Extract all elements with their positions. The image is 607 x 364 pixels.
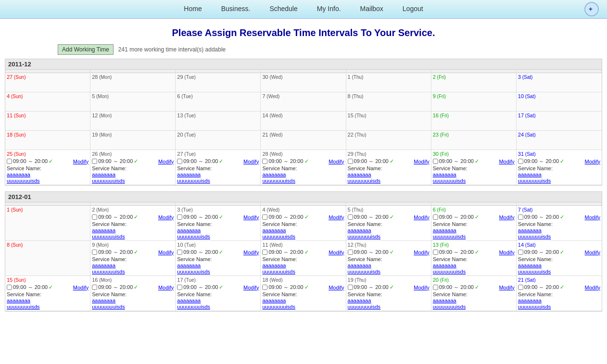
service-id-link[interactable]: uuuuuuuuisds: [348, 234, 430, 239]
service-id-link[interactable]: uuuuuuuuisds: [433, 269, 515, 275]
service-link[interactable]: aaaaaaaa: [518, 227, 542, 233]
nav-business[interactable]: Business.: [212, 3, 260, 15]
time-checkbox[interactable]: [177, 285, 182, 290]
service-id-link[interactable]: uuuuuuuuisds: [7, 304, 89, 310]
service-link[interactable]: aaaaaaaa: [348, 298, 371, 303]
modify-link[interactable]: Modify: [243, 285, 259, 290]
service-link[interactable]: aaaaaaaa: [518, 172, 542, 177]
modify-link[interactable]: Modify: [499, 285, 514, 290]
service-id-link[interactable]: uuuuuuuuisds: [177, 304, 259, 310]
time-checkbox[interactable]: [518, 285, 523, 290]
nav-myinfo[interactable]: My Info.: [307, 3, 351, 15]
service-id-link[interactable]: uuuuuuuuisds: [433, 234, 515, 239]
time-checkbox[interactable]: [177, 250, 182, 255]
time-checkbox[interactable]: [348, 214, 353, 220]
service-id-link[interactable]: uuuuuuuuisds: [7, 178, 89, 184]
time-checkbox[interactable]: [518, 159, 523, 164]
service-id-link[interactable]: uuuuuuuuisds: [518, 304, 600, 310]
modify-link[interactable]: Modify: [73, 159, 89, 164]
service-id-link[interactable]: uuuuuuuuisds: [262, 234, 344, 239]
service-link[interactable]: aaaaaaaa: [348, 263, 371, 268]
service-link[interactable]: aaaaaaaa: [348, 172, 371, 177]
service-id-link[interactable]: uuuuuuuuisds: [518, 269, 600, 275]
service-link[interactable]: aaaaaaaa: [262, 227, 286, 233]
nav-logout[interactable]: Logout: [393, 3, 433, 15]
modify-link[interactable]: Modify: [158, 159, 174, 164]
time-checkbox[interactable]: [518, 250, 523, 255]
service-link[interactable]: aaaaaaaa: [262, 298, 286, 303]
service-id-link[interactable]: uuuuuuuuisds: [92, 269, 174, 275]
time-checkbox[interactable]: [92, 159, 97, 164]
modify-link[interactable]: Modify: [499, 250, 514, 255]
service-id-link[interactable]: uuuuuuuuisds: [433, 178, 515, 184]
service-link[interactable]: aaaaaaaa: [348, 227, 371, 233]
modify-link[interactable]: Modify: [499, 214, 514, 220]
service-id-link[interactable]: uuuuuuuuisds: [262, 269, 344, 275]
time-checkbox[interactable]: [433, 159, 438, 164]
service-id-link[interactable]: uuuuuuuuisds: [348, 178, 430, 184]
modify-link[interactable]: Modify: [585, 214, 600, 220]
modify-link[interactable]: Modify: [158, 214, 174, 220]
service-id-link[interactable]: uuuuuuuuisds: [92, 234, 174, 239]
modify-link[interactable]: Modify: [158, 285, 174, 290]
modify-link[interactable]: Modify: [329, 285, 344, 290]
modify-link[interactable]: Modify: [158, 250, 174, 255]
modify-link[interactable]: Modify: [414, 250, 429, 255]
service-link[interactable]: aaaaaaaa: [433, 172, 456, 177]
time-checkbox[interactable]: [518, 214, 523, 220]
service-link[interactable]: aaaaaaaa: [92, 227, 115, 233]
service-link[interactable]: aaaaaaaa: [518, 263, 542, 268]
time-checkbox[interactable]: [433, 285, 438, 290]
time-checkbox[interactable]: [262, 250, 267, 255]
modify-link[interactable]: Modify: [414, 159, 429, 164]
time-checkbox[interactable]: [348, 250, 353, 255]
modify-link[interactable]: Modify: [585, 285, 600, 290]
service-link[interactable]: aaaaaaaa: [177, 263, 201, 268]
service-id-link[interactable]: uuuuuuuuisds: [348, 269, 430, 275]
service-link[interactable]: aaaaaaaa: [92, 172, 115, 177]
service-id-link[interactable]: uuuuuuuuisds: [348, 304, 430, 310]
add-working-time-button[interactable]: Add Working Time: [58, 44, 114, 55]
service-id-link[interactable]: uuuuuuuuisds: [262, 304, 344, 310]
time-checkbox[interactable]: [433, 250, 438, 255]
service-id-link[interactable]: uuuuuuuuisds: [433, 304, 515, 310]
service-id-link[interactable]: uuuuuuuuisds: [177, 269, 259, 275]
modify-link[interactable]: Modify: [329, 250, 344, 255]
modify-link[interactable]: Modify: [585, 250, 600, 255]
time-checkbox[interactable]: [92, 214, 97, 220]
time-checkbox[interactable]: [177, 214, 182, 220]
time-checkbox[interactable]: [92, 250, 97, 255]
service-id-link[interactable]: uuuuuuuuisds: [177, 178, 259, 184]
time-checkbox[interactable]: [348, 159, 353, 164]
service-link[interactable]: aaaaaaaa: [262, 172, 286, 177]
service-link[interactable]: aaaaaaaa: [177, 227, 201, 233]
time-checkbox[interactable]: [262, 214, 267, 220]
service-link[interactable]: aaaaaaaa: [262, 263, 286, 268]
time-checkbox[interactable]: [433, 214, 438, 220]
service-link[interactable]: aaaaaaaa: [92, 263, 115, 268]
modify-link[interactable]: Modify: [243, 214, 259, 220]
service-link[interactable]: aaaaaaaa: [7, 298, 30, 303]
time-checkbox[interactable]: [262, 285, 267, 290]
service-link[interactable]: aaaaaaaa: [92, 298, 115, 303]
service-link[interactable]: aaaaaaaa: [177, 172, 201, 177]
modify-link[interactable]: Modify: [329, 159, 344, 164]
modify-link[interactable]: Modify: [243, 159, 259, 164]
service-link[interactable]: aaaaaaaa: [7, 172, 30, 177]
nav-mailbox[interactable]: Mailbox: [351, 3, 393, 15]
service-link[interactable]: aaaaaaaa: [433, 298, 456, 303]
service-id-link[interactable]: uuuuuuuuisds: [518, 178, 600, 184]
nav-schedule[interactable]: Schedule: [260, 3, 307, 15]
service-id-link[interactable]: uuuuuuuuisds: [92, 178, 174, 184]
nav-home[interactable]: Home: [174, 3, 211, 15]
service-link[interactable]: aaaaaaaa: [518, 298, 542, 303]
service-id-link[interactable]: uuuuuuuuisds: [262, 178, 344, 184]
time-checkbox[interactable]: [177, 159, 182, 164]
time-checkbox[interactable]: [262, 159, 267, 164]
modify-link[interactable]: Modify: [585, 159, 600, 164]
time-checkbox[interactable]: [7, 159, 12, 164]
time-checkbox[interactable]: [92, 285, 97, 290]
modify-link[interactable]: Modify: [414, 285, 429, 290]
modify-link[interactable]: Modify: [414, 214, 429, 220]
service-link[interactable]: aaaaaaaa: [433, 227, 456, 233]
